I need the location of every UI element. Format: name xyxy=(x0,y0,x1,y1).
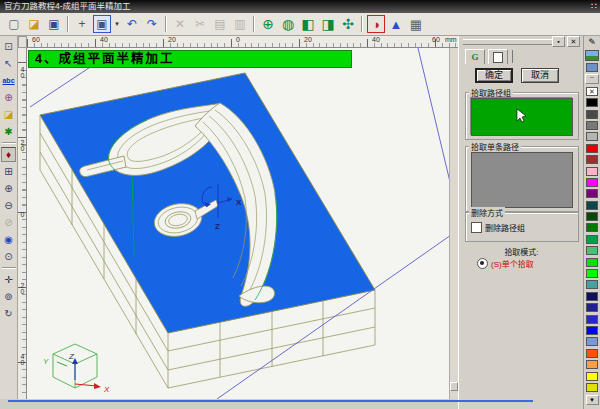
color-swatch[interactable] xyxy=(586,280,598,289)
color-swatch[interactable] xyxy=(586,155,598,164)
color-swatch[interactable] xyxy=(586,212,598,221)
ok-button[interactable]: 确定 xyxy=(475,68,513,83)
select-rect-icon[interactable]: ⊡ xyxy=(1,39,16,54)
open-folder-icon[interactable]: ◪ xyxy=(25,15,43,33)
zoom-pick-icon[interactable]: ⊚ xyxy=(1,289,16,304)
color-swatch[interactable] xyxy=(586,303,598,312)
redo-icon[interactable]: ↷ xyxy=(143,15,161,33)
wire-cube-icon[interactable]: ▦ xyxy=(407,15,425,33)
color-swatch[interactable] xyxy=(586,110,598,119)
ruler-label: 60 xyxy=(432,36,440,43)
color-swatch[interactable] xyxy=(586,121,598,130)
iso-view-icon[interactable]: ⊕ xyxy=(259,15,277,33)
color-swatch[interactable] xyxy=(586,144,598,153)
zoom-window-icon[interactable]: ▣ xyxy=(93,15,111,33)
main-toolbar: ▢◪▣ +▣▾↶↷ ✕✂▤▥ ⊕◍◧◨✣ ◑▲▦ xyxy=(0,13,600,36)
pencil-icon[interactable]: ✎ xyxy=(585,36,599,49)
single-path-color-swatch[interactable] xyxy=(471,152,573,208)
scrollbar-button[interactable] xyxy=(450,382,458,391)
panel-close-button[interactable]: ✕ xyxy=(567,36,580,47)
checkbox-label: 删除路径组 xyxy=(485,222,525,233)
cube-view-icon[interactable]: ◧ xyxy=(299,15,317,33)
dynamic-pan-icon[interactable]: ◉ xyxy=(1,232,16,247)
color-swatch[interactable] xyxy=(586,315,598,324)
color-swatch[interactable] xyxy=(586,337,598,346)
zoom-in-icon[interactable]: ⊕ xyxy=(1,181,16,196)
cancel-button[interactable]: 取消 xyxy=(521,68,559,83)
ruler-label: 60 xyxy=(32,36,40,43)
entity-display-icon[interactable]: ✣ xyxy=(339,15,357,33)
tab-g[interactable]: G xyxy=(465,49,485,64)
color-swatch[interactable] xyxy=(586,360,598,369)
zoom-window-tool-icon[interactable]: ⊞ xyxy=(1,164,16,179)
region-tool-icon[interactable]: ⊕ xyxy=(1,90,16,105)
color-swatch[interactable] xyxy=(586,235,598,244)
copy-icon[interactable]: ▤ xyxy=(211,15,229,33)
pick-arrow-icon[interactable]: ↖ xyxy=(1,56,16,71)
color-swatch[interactable] xyxy=(586,98,598,107)
curve-tool-icon[interactable]: ♦ xyxy=(1,147,16,162)
pick-single-group-label: 拾取单条路径 xyxy=(469,141,521,152)
shade-sphere-icon[interactable]: ◍ xyxy=(279,15,297,33)
color-swatch[interactable] xyxy=(586,372,598,381)
color-swatch[interactable] xyxy=(586,292,598,301)
zoom-out-icon[interactable]: ⊖ xyxy=(1,198,16,213)
pick-point-icon[interactable]: ✱ xyxy=(1,124,16,139)
path-group-color-swatch[interactable] xyxy=(471,98,573,136)
pick-mode-label: 拾取模式: xyxy=(459,246,584,257)
operation-banner: 4、成组平面半精加工 xyxy=(28,50,352,68)
pan-tool-icon[interactable]: ✛ xyxy=(1,272,16,287)
zoom-all-icon[interactable]: ⊙ xyxy=(1,249,16,264)
toolbar-separator xyxy=(2,142,16,144)
color-swatch[interactable] xyxy=(586,223,598,232)
ruler-label: 20 xyxy=(18,282,26,294)
zoom-previous-icon[interactable]: ⊘ xyxy=(1,215,16,230)
undo-icon[interactable]: ↶ xyxy=(123,15,141,33)
tab-document[interactable] xyxy=(488,49,508,64)
single-pick-radio-row[interactable]: (S)单个拾取 xyxy=(477,258,534,269)
erase-tool-icon[interactable]: ◪ xyxy=(1,107,16,122)
color-swatch[interactable] xyxy=(586,349,598,358)
color-swatch[interactable] xyxy=(586,246,598,255)
ruler-unit: mm xyxy=(445,36,457,43)
new-file-icon[interactable]: ▢ xyxy=(5,15,23,33)
dropdown-arrow-icon[interactable]: ▾ xyxy=(113,15,121,33)
toolbar-separator xyxy=(253,16,255,32)
more-colors-button[interactable]: -- xyxy=(585,74,599,84)
color-swatch[interactable] xyxy=(586,132,598,141)
window-controls-icon[interactable]: ∷ xyxy=(591,0,597,12)
picture-icon[interactable] xyxy=(585,50,599,61)
color-swatch[interactable] xyxy=(586,178,598,187)
no-color-swatch[interactable]: ✕ xyxy=(586,87,598,96)
cone-render-icon[interactable]: ▲ xyxy=(387,15,405,33)
paste-icon[interactable]: ▥ xyxy=(231,15,249,33)
cursor-arrow-icon xyxy=(516,109,528,123)
panel-grip[interactable] xyxy=(463,39,553,45)
color-swatch[interactable] xyxy=(586,189,598,198)
shaded-render-icon[interactable]: ◑ xyxy=(367,15,385,33)
cube-view2-icon[interactable]: ◨ xyxy=(319,15,337,33)
delete-path-group-checkbox-row[interactable]: 删除路径组 xyxy=(471,222,525,233)
ruler-label: 0 xyxy=(236,36,240,43)
color-swatch[interactable] xyxy=(586,383,598,392)
color-swatch[interactable] xyxy=(586,269,598,278)
current-color-swatch[interactable] xyxy=(586,63,598,72)
palette-scroll-down-button[interactable]: ▼ xyxy=(586,395,599,405)
text-tool-icon[interactable]: abc xyxy=(1,73,16,88)
rotate-view-icon[interactable]: ↻ xyxy=(1,306,16,321)
ruler-label: 40 xyxy=(18,353,26,365)
delete-icon[interactable]: ✕ xyxy=(171,15,189,33)
color-swatch[interactable] xyxy=(586,326,598,335)
crosshair-icon[interactable]: + xyxy=(73,15,91,33)
color-swatch[interactable] xyxy=(586,167,598,176)
color-swatch[interactable] xyxy=(586,258,598,267)
toolbar-separator xyxy=(361,16,363,32)
viewport-3d[interactable]: X Z Y Z X 4、成组平面半精加工 xyxy=(27,48,449,399)
vertical-scrollbar[interactable] xyxy=(449,48,458,399)
cut-icon[interactable]: ✂ xyxy=(191,15,209,33)
color-swatch[interactable] xyxy=(586,201,598,210)
radio-icon[interactable] xyxy=(477,258,488,269)
save-icon[interactable]: ▣ xyxy=(45,15,63,33)
checkbox-icon[interactable] xyxy=(471,222,482,233)
panel-pin-button[interactable]: ▪ xyxy=(552,36,565,47)
